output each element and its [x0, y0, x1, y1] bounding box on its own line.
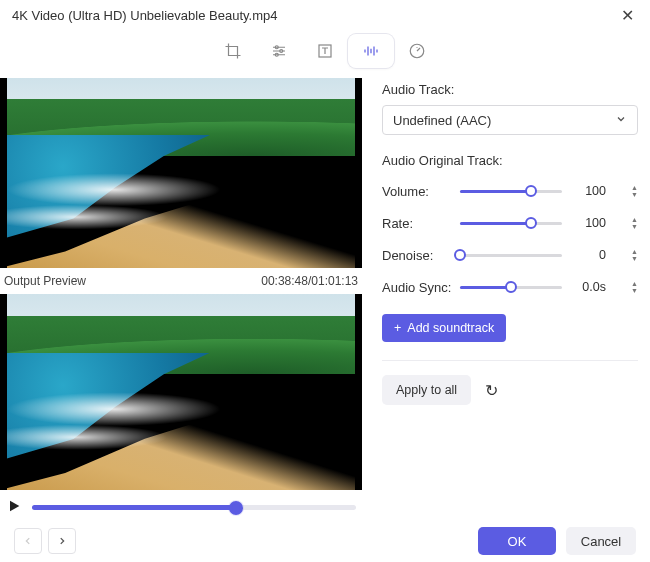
- up-icon[interactable]: ▲: [631, 184, 638, 191]
- denoise-label: Denoise:: [382, 248, 460, 263]
- up-icon[interactable]: ▲: [631, 280, 638, 287]
- rate-value: 100: [576, 216, 606, 230]
- original-preview: [0, 78, 362, 268]
- apply-all-button[interactable]: Apply to all: [382, 375, 471, 405]
- editor-toolbar: [0, 34, 650, 68]
- title-bar: 4K Video (Ultra HD) Unbelievable Beauty.…: [0, 0, 650, 30]
- rate-label: Rate:: [382, 216, 460, 231]
- add-soundtrack-label: Add soundtrack: [407, 321, 494, 335]
- divider: [382, 360, 638, 361]
- volume-label: Volume:: [382, 184, 460, 199]
- up-icon[interactable]: ▲: [631, 216, 638, 223]
- audio-track-select[interactable]: Undefined (AAC): [382, 105, 638, 135]
- speed-tab[interactable]: [394, 34, 440, 68]
- audio-original-label: Audio Original Track:: [382, 153, 638, 168]
- down-icon[interactable]: ▼: [631, 287, 638, 294]
- audio-tab[interactable]: [348, 34, 394, 68]
- audio-panel: Audio Track: Undefined (AAC) Audio Origi…: [382, 78, 638, 519]
- down-icon[interactable]: ▼: [631, 191, 638, 198]
- audio-track-label: Audio Track:: [382, 82, 638, 97]
- plus-icon: +: [394, 321, 401, 335]
- output-preview-label: Output Preview: [4, 274, 86, 288]
- output-preview: [0, 294, 362, 490]
- rate-row: Rate: 100 ▲▼: [382, 208, 638, 238]
- preview-meta: Output Preview 00:38:48/01:01:13: [0, 268, 362, 294]
- next-button[interactable]: [48, 528, 76, 554]
- audiosync-label: Audio Sync:: [382, 280, 460, 295]
- prev-button[interactable]: [14, 528, 42, 554]
- denoise-row: Denoise: 0 ▲▼: [382, 240, 638, 270]
- add-soundtrack-button[interactable]: + Add soundtrack: [382, 314, 506, 342]
- progress-thumb: [229, 501, 243, 515]
- volume-row: Volume: 100 ▲▼: [382, 176, 638, 206]
- footer: OK Cancel: [0, 519, 650, 555]
- down-icon[interactable]: ▼: [631, 223, 638, 230]
- down-icon[interactable]: ▼: [631, 255, 638, 262]
- close-icon[interactable]: ✕: [617, 6, 638, 25]
- transport-bar: [0, 490, 362, 519]
- adjust-tab[interactable]: [256, 34, 302, 68]
- window-title: 4K Video (Ultra HD) Unbelievable Beauty.…: [12, 8, 277, 23]
- rate-slider[interactable]: [460, 213, 562, 233]
- audiosync-row: Audio Sync: 0.0s ▲▼: [382, 272, 638, 302]
- denoise-value: 0: [576, 248, 606, 262]
- progress-fill: [32, 505, 236, 510]
- play-button[interactable]: [6, 498, 22, 517]
- denoise-stepper[interactable]: 0 ▲▼: [576, 248, 638, 262]
- chevron-down-icon: [615, 113, 627, 128]
- crop-tab[interactable]: [210, 34, 256, 68]
- refresh-icon[interactable]: ↻: [485, 381, 498, 400]
- audiosync-stepper[interactable]: 0.0s ▲▼: [576, 280, 638, 294]
- audiosync-slider[interactable]: [460, 277, 562, 297]
- ok-button[interactable]: OK: [478, 527, 556, 555]
- audio-track-value: Undefined (AAC): [393, 113, 491, 128]
- audiosync-value: 0.0s: [576, 280, 606, 294]
- volume-value: 100: [576, 184, 606, 198]
- text-tab[interactable]: [302, 34, 348, 68]
- denoise-slider[interactable]: [460, 245, 562, 265]
- main-area: Output Preview 00:38:48/01:01:13 Audio T…: [0, 68, 650, 519]
- volume-slider[interactable]: [460, 181, 562, 201]
- cancel-button[interactable]: Cancel: [566, 527, 636, 555]
- up-icon[interactable]: ▲: [631, 248, 638, 255]
- preview-column: Output Preview 00:38:48/01:01:13: [0, 78, 362, 519]
- timecode: 00:38:48/01:01:13: [261, 274, 358, 288]
- progress-slider[interactable]: [32, 501, 356, 515]
- rate-stepper[interactable]: 100 ▲▼: [576, 216, 638, 230]
- volume-stepper[interactable]: 100 ▲▼: [576, 184, 638, 198]
